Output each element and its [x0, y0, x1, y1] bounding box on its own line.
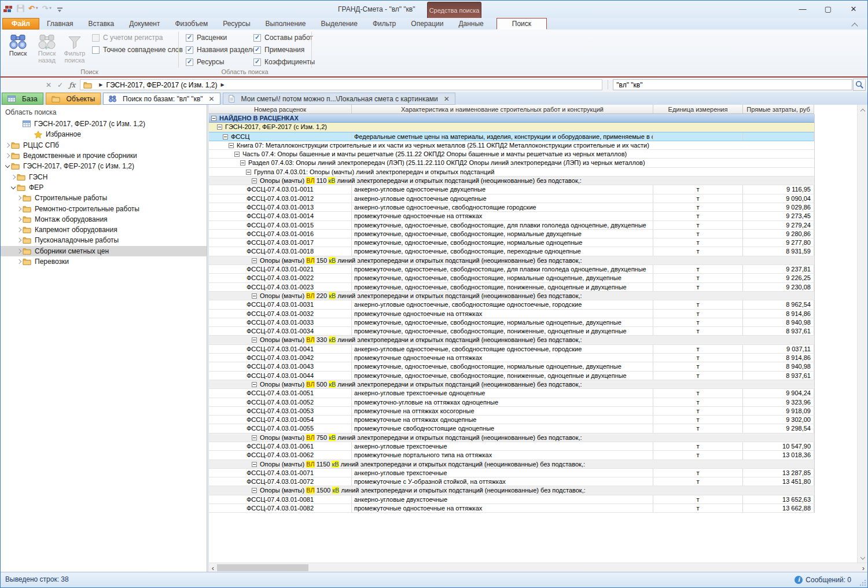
hierarchy-row[interactable]: Группа 07.4.03.01: Опоры (мачты) линий э…: [209, 168, 814, 177]
breadcrumb-arrow-icon[interactable]: ▶: [221, 82, 225, 87]
rate-row[interactable]: ФССЦ-07.4.03.01-0072промежуточные с У-об…: [209, 477, 814, 486]
rate-row[interactable]: ФССЦ-07.4.03.01-0054промежуточные на отт…: [209, 416, 814, 424]
voltage-group-row[interactable]: Опоры (мачты) ВЛ 220 кВ линий электропер…: [209, 292, 814, 300]
ribbon-tab-Физобъем[interactable]: Физобъем: [167, 18, 215, 30]
scroll-left-icon[interactable]: ‹: [209, 563, 217, 572]
collapse-icon[interactable]: [246, 170, 251, 175]
checkbox-icon[interactable]: [186, 46, 193, 54]
tree-item-Избранное[interactable]: Избранное: [1, 129, 207, 139]
collapse-icon[interactable]: [252, 435, 257, 440]
voltage-group-row[interactable]: Опоры (мачты) ВЛ 1150 кВ линий электропе…: [209, 460, 814, 469]
chevron-right-icon[interactable]: [4, 154, 11, 157]
vertical-scrollbar[interactable]: [857, 105, 867, 563]
chevron-right-icon[interactable]: [16, 238, 23, 242]
ribbon-tab-Выделение[interactable]: Выделение: [313, 18, 365, 30]
collapse-icon[interactable]: [217, 124, 222, 130]
horizontal-scrollbar[interactable]: ‹ ›: [209, 563, 867, 572]
search-input[interactable]: [613, 81, 852, 89]
tree-item-Ремонтно-строительные работы[interactable]: Ремонтно-строительные работы: [1, 203, 207, 214]
chevron-right-icon[interactable]: [16, 196, 23, 200]
tree-item-Перевозки[interactable]: Перевозки: [1, 256, 207, 267]
checkbox-Расценки[interactable]: Расценки: [186, 34, 260, 42]
scroll-right-icon[interactable]: ›: [859, 563, 867, 572]
rate-row[interactable]: ФССЦ-07.4.03.01-0052промежуточно-угловые…: [209, 398, 814, 407]
rate-row[interactable]: ФССЦ-07.4.03.01-0053промежуточные на отт…: [209, 407, 814, 416]
save-icon[interactable]: [17, 5, 24, 12]
tree-item-Пусконаладочные работы[interactable]: Пусконаладочные работы: [1, 235, 207, 245]
checkbox-icon[interactable]: [186, 34, 193, 42]
scroll-down-icon[interactable]: [858, 554, 867, 562]
collapse-icon[interactable]: [252, 488, 257, 493]
search-button[interactable]: Поиск: [4, 31, 32, 68]
rate-row[interactable]: ФССЦ-07.4.03.01-0017промежуточные, однос…: [209, 238, 814, 247]
checkbox-Ресурсы[interactable]: Ресурсы: [186, 58, 260, 66]
collapse-icon[interactable]: [234, 152, 240, 157]
doc-tab-search[interactable]: Поиск по базам: "вл" "кв"✕: [103, 93, 220, 105]
rate-row[interactable]: ФССЦ-07.4.03.01-0023промежуточные, однос…: [209, 283, 814, 292]
breadcrumb-arrow-icon[interactable]: ▶: [99, 82, 102, 87]
ribbon-tab-Вставка[interactable]: Вставка: [81, 18, 122, 30]
rate-row[interactable]: ФССЦ-07.4.03.01-0042промежуточные одност…: [209, 354, 814, 362]
tree-item-ГЭСН-2017, ФЕР-2017 (с Изм. 1,2)[interactable]: ГЭСН-2017, ФЕР-2017 (с Изм. 1,2): [1, 161, 207, 171]
checkbox-Примечания[interactable]: Примечания: [253, 46, 315, 54]
checkbox-Названия разделов[interactable]: Названия разделов: [186, 46, 260, 54]
rate-row[interactable]: ФССЦ-07.4.03.01-0044промежуточные, однос…: [209, 372, 814, 380]
column-header-1[interactable]: Номера расценок: [209, 105, 352, 113]
ribbon-tab-Данные[interactable]: Данные: [451, 18, 491, 30]
cancel-icon[interactable]: ✕: [46, 81, 52, 89]
rate-row[interactable]: ФССЦ-07.4.03.01-0022промежуточные, однос…: [209, 274, 814, 282]
chevron-right-icon[interactable]: [4, 144, 11, 147]
rate-row[interactable]: ФССЦ-07.4.03.01-0071анкерно-угловые трех…: [209, 469, 814, 477]
doc-tab-base[interactable]: База: [2, 93, 43, 105]
rate-row[interactable]: ФССЦ-07.4.03.01-0014промежуточные одност…: [209, 212, 814, 220]
minimize-button[interactable]: —: [790, 1, 815, 17]
undo-icon[interactable]: ↶▾: [28, 4, 38, 13]
rate-row[interactable]: ФССЦ-07.4.03.01-0062промежуточные портал…: [209, 451, 814, 460]
rate-row[interactable]: ФССЦ-07.4.03.01-0043промежуточные, однос…: [209, 362, 814, 371]
found-header-row[interactable]: НАЙДЕНО В РАСЦЕНКАХ: [209, 114, 814, 123]
customize-toolbar-icon[interactable]: [57, 8, 62, 9]
collapse-icon[interactable]: [229, 143, 234, 148]
close-tab-icon[interactable]: ✕: [209, 95, 215, 103]
collection-row[interactable]: ФССЦФедеральные сметные цены на материал…: [209, 132, 814, 141]
doc-tab-doc[interactable]: Мои сметы\! потом можно п...\Локальная с…: [223, 93, 455, 105]
column-header-2[interactable]: Характеристика и наименование строительн…: [352, 105, 653, 113]
collapse-icon[interactable]: [211, 116, 216, 121]
rate-row[interactable]: ФССЦ-07.4.03.01-0032промежуточные одност…: [209, 310, 814, 318]
rate-row[interactable]: ФССЦ-07.4.03.01-0034промежуточные, однос…: [209, 327, 814, 336]
rate-row[interactable]: ФССЦ-07.4.03.01-0061анкерно-угловые трех…: [209, 442, 814, 451]
checkbox-icon[interactable]: [253, 46, 261, 54]
collapse-icon[interactable]: [252, 258, 257, 263]
collapse-icon[interactable]: [252, 178, 257, 183]
rate-row[interactable]: ФССЦ-07.4.03.01-0051анкерно-угловые трех…: [209, 389, 814, 398]
ribbon-tab-Главная[interactable]: Главная: [39, 18, 81, 30]
chevron-down-icon[interactable]: [10, 186, 17, 189]
ribbon-tab-Операции[interactable]: Операции: [403, 18, 451, 30]
rate-row[interactable]: ФССЦ-07.4.03.01-0082промежуточные одност…: [209, 504, 814, 513]
ribbon-tab-Ресурсы[interactable]: Ресурсы: [215, 18, 258, 30]
ribbon-tab-Файл[interactable]: Файл: [2, 18, 39, 30]
tree-item-ГЭСН[interactable]: ГЭСН: [1, 171, 207, 182]
checkbox-Точное совпадение слов[interactable]: Точное совпадение слов: [92, 46, 183, 54]
accept-icon[interactable]: ✓: [57, 81, 63, 89]
tree-item-РЦЦС СПб[interactable]: РЦЦС СПб: [1, 140, 207, 150]
voltage-group-row[interactable]: Опоры (мачты) ВЛ 750 кВ линий электропер…: [209, 433, 814, 442]
ribbon-tab-Фильтр[interactable]: Фильтр: [365, 18, 403, 30]
messages-status[interactable]: i Сообщений: 0: [795, 572, 851, 587]
collapse-icon[interactable]: [223, 134, 228, 139]
rate-row[interactable]: ФССЦ-07.4.03.01-0018промежуточные, однос…: [209, 247, 814, 256]
checkbox-Коэффициенты[interactable]: Коэффициенты: [253, 58, 315, 66]
rate-row[interactable]: ФССЦ-07.4.03.01-0081анкерно-угловые двух…: [209, 495, 814, 504]
chevron-right-icon[interactable]: [16, 207, 23, 211]
rate-row[interactable]: ФССЦ-07.4.03.01-0055промежуточные свобод…: [209, 424, 814, 433]
collapse-icon[interactable]: [252, 293, 257, 299]
ribbon-tab-Документ[interactable]: Документ: [122, 18, 167, 30]
breadcrumb-label[interactable]: ГЭСН-2017, ФЕР-2017 (с Изм. 1,2): [106, 81, 218, 89]
hierarchy-row[interactable]: Часть 07.4: Опоры башенные и мачты решет…: [209, 150, 814, 159]
breadcrumb[interactable]: ▶ ГЭСН-2017, ФЕР-2017 (с Изм. 1,2) ▶: [80, 79, 602, 90]
chevron-right-icon[interactable]: [16, 249, 23, 253]
hierarchy-row[interactable]: Книга 07: Металлоконструкции строительны…: [209, 141, 814, 150]
tree-item-Капремонт оборудования[interactable]: Капремонт оборудования: [1, 225, 207, 235]
rate-row[interactable]: ФССЦ-07.4.03.01-0041анкерно-угловые одно…: [209, 345, 814, 354]
resize-grip-icon[interactable]: [860, 580, 866, 586]
